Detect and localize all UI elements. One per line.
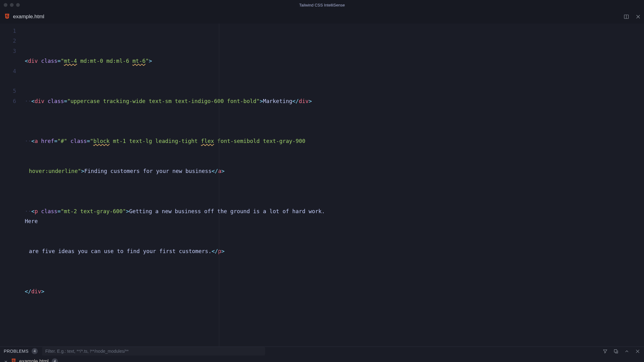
panel-tab-problems[interactable]: PROBLEMS 4 xyxy=(4,348,38,354)
chevron-up-icon[interactable] xyxy=(624,349,629,354)
file-problems-count-badge: 4 xyxy=(52,358,58,362)
line-number xyxy=(0,76,16,86)
code-editor[interactable]: 1 2 3 4 5 6 <div class="mt-4 md:mt-0 md:… xyxy=(0,24,644,347)
code-line: </div> xyxy=(25,287,341,296)
editor-window: Tailwind CSS IntelliSense example.html 1… xyxy=(0,0,644,362)
filter-icon[interactable] xyxy=(603,349,608,354)
line-number xyxy=(0,56,16,66)
line-number: 4 xyxy=(0,66,16,76)
line-number-gutter: 1 2 3 4 5 6 xyxy=(0,26,25,347)
problems-panel: PROBLEMS 4 example.html 4 xyxy=(0,347,644,362)
svg-rect-4 xyxy=(614,349,617,352)
editor-ruler xyxy=(219,24,219,347)
html5-icon xyxy=(11,358,16,362)
tab-actions xyxy=(624,14,641,19)
problems-list: example.html 4 'mt-4' applies the same C… xyxy=(0,356,644,362)
panel-actions xyxy=(603,349,640,354)
tab-bar: example.html xyxy=(0,10,644,24)
code-line: ··<div class="uppercase tracking-wide te… xyxy=(25,96,341,106)
tab-example-html[interactable]: example.html xyxy=(4,10,44,24)
panel-tab-label: PROBLEMS xyxy=(4,349,28,354)
problems-count-badge: 4 xyxy=(32,348,38,354)
titlebar: Tailwind CSS IntelliSense xyxy=(0,0,644,10)
tab-filename: example.html xyxy=(13,14,44,20)
code-line: hover:underline">Finding customers for y… xyxy=(25,166,341,176)
code-content[interactable]: <div class="mt-4 md:mt-0 md:ml-6 mt-6"> … xyxy=(25,26,353,347)
problems-filter-input[interactable] xyxy=(42,347,265,356)
panel-header: PROBLEMS 4 xyxy=(0,347,644,356)
line-number: 3 xyxy=(0,46,16,56)
code-line: ··<p class="mt-2 text-gray-600">Getting … xyxy=(25,206,341,226)
window-title: Tailwind CSS IntelliSense xyxy=(0,3,644,7)
line-number: 2 xyxy=(0,36,16,46)
close-tab-icon[interactable] xyxy=(635,14,641,19)
html5-icon xyxy=(4,13,10,21)
problems-file-name: example.html xyxy=(19,359,49,362)
code-line: <div class="mt-4 md:mt-0 md:ml-6 mt-6"> xyxy=(25,56,341,66)
line-number: 6 xyxy=(0,96,16,106)
line-number: 5 xyxy=(0,86,16,96)
split-editor-icon[interactable] xyxy=(624,14,629,19)
collapse-all-icon[interactable] xyxy=(613,349,619,354)
code-line: ··<a href="#" class="block mt-1 text-lg … xyxy=(25,136,341,146)
problems-file-row[interactable]: example.html 4 xyxy=(0,357,644,362)
close-panel-icon[interactable] xyxy=(635,349,640,354)
code-line: are five ideas you can use to find your … xyxy=(25,246,341,256)
code-line xyxy=(25,317,341,326)
chevron-down-icon[interactable] xyxy=(4,359,8,362)
line-number: 1 xyxy=(0,26,16,36)
